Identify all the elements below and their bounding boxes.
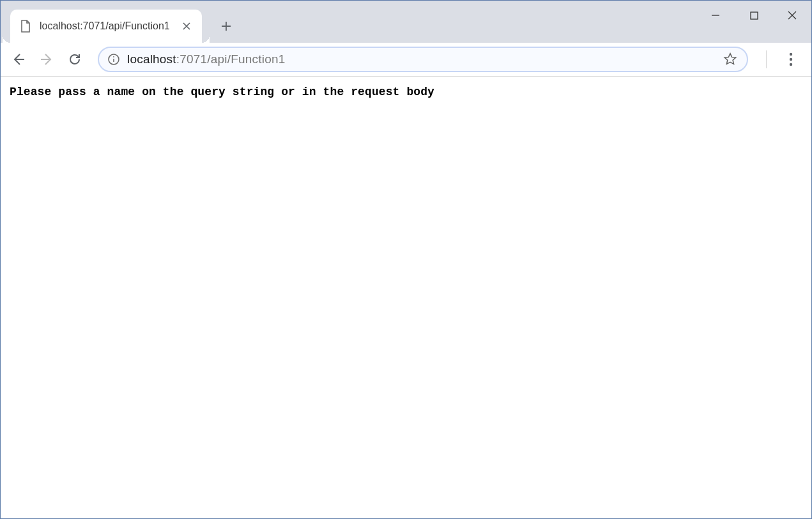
reload-button[interactable] [62,47,88,72]
window-controls [696,1,811,30]
url-path: /api/Function1 [207,52,285,66]
url-text[interactable]: localhost:7071/api/Function1 [127,52,715,66]
bookmark-star-icon[interactable] [721,50,739,68]
svg-point-6 [790,63,792,66]
browser-toolbar: localhost:7071/api/Function1 [1,43,811,77]
svg-point-5 [790,58,792,61]
url-port: :7071 [176,52,208,66]
tab-close-button[interactable] [180,20,193,33]
window-close-button[interactable] [773,1,811,30]
browser-menu-button[interactable] [778,47,804,72]
site-info-icon[interactable] [107,52,121,66]
page-body-text: Please pass a name on the query string o… [1,77,811,107]
address-bar[interactable]: localhost:7071/api/Function1 [98,47,748,72]
window-minimize-button[interactable] [696,1,735,30]
window-maximize-button[interactable] [735,1,773,30]
forward-button[interactable] [34,47,59,72]
toolbar-separator [766,50,767,68]
svg-point-3 [113,56,114,57]
tab-title: localhost:7071/api/Function1 [40,20,172,32]
url-host: localhost [127,52,176,66]
svg-rect-0 [751,12,758,19]
tab-strip: localhost:7071/api/Function1 [1,1,811,43]
new-tab-button[interactable] [215,15,238,38]
file-icon [19,20,32,33]
svg-point-4 [790,53,792,56]
back-button[interactable] [6,47,31,72]
tab-active[interactable]: localhost:7071/api/Function1 [10,10,202,43]
